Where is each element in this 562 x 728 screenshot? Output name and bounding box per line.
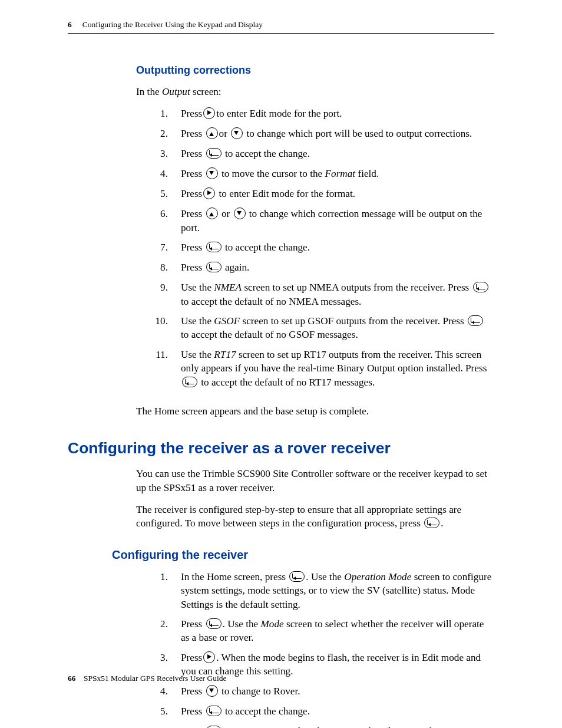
list-item: In the Home screen, press . Use the Oper…	[150, 570, 494, 617]
list-item: Press again to move to the Elevation mas…	[150, 724, 494, 728]
list-item: Press to accept the change.	[150, 704, 494, 724]
list-item: Use the NMEA screen to set up NMEA outpu…	[150, 281, 494, 314]
heading-rover-receiver: Configuring the receiver as a rover rece…	[68, 439, 494, 457]
list-item: Press . Use the Mode screen to select wh…	[150, 617, 494, 651]
list-item: Press to change to Rover.	[150, 684, 494, 704]
down-arrow-icon	[234, 207, 246, 219]
enter-key-icon	[289, 571, 305, 582]
intro-text: In the Output screen:	[136, 85, 494, 98]
chapter-number: 6	[68, 20, 72, 29]
right-arrow-icon	[203, 107, 215, 119]
steps-configuring: In the Home screen, press . Use the Oper…	[150, 570, 494, 728]
down-arrow-icon	[206, 167, 218, 179]
list-item: Press or to change which port will be us…	[150, 127, 494, 147]
list-item: Press to enter Edit mode for the format.	[150, 187, 494, 207]
enter-key-icon	[206, 262, 222, 272]
chapter-title: Configuring the Receiver Using the Keypa…	[82, 20, 263, 29]
up-arrow-icon	[206, 207, 218, 219]
down-arrow-icon	[231, 127, 243, 139]
page-number: 66	[68, 674, 76, 683]
heading-outputting-corrections: Outputting corrections	[136, 64, 494, 77]
heading-configuring-receiver: Configuring the receiver	[112, 548, 494, 562]
enter-key-icon	[206, 148, 222, 159]
enter-key-icon	[206, 706, 222, 716]
enter-key-icon	[424, 518, 439, 528]
enter-key-icon	[206, 618, 222, 629]
down-arrow-icon	[206, 685, 218, 697]
list-item: Press to move the cursor to the Format f…	[150, 167, 494, 187]
enter-key-icon	[206, 726, 222, 728]
list-item: Use the GSOF screen to set up GSOF outpu…	[150, 314, 494, 348]
body-paragraph: The receiver is configured step-by-step …	[136, 503, 494, 531]
page-footer: 66 SPSx51 Modular GPS Receivers User Gui…	[68, 674, 227, 683]
list-item: Pressto enter Edit mode for the port.	[150, 107, 494, 127]
enter-key-icon	[206, 242, 222, 252]
list-item: Press to accept the change.	[150, 241, 494, 261]
enter-key-icon	[468, 315, 483, 326]
enter-key-icon	[473, 282, 488, 292]
right-arrow-icon	[203, 187, 215, 199]
body-paragraph: You can use the Trimble SCS900 Site Cont…	[136, 467, 494, 495]
list-item: Use the RT17 screen to set up RT17 outpu…	[150, 348, 494, 395]
right-arrow-icon	[203, 651, 215, 663]
list-item: Press again.	[150, 261, 494, 281]
page: 6 Configuring the Receiver Using the Key…	[0, 0, 562, 728]
running-header: 6 Configuring the Receiver Using the Key…	[68, 20, 494, 29]
enter-key-icon	[182, 377, 197, 387]
doc-title: SPSx51 Modular GPS Receivers User Guide	[84, 674, 227, 683]
header-rule	[68, 33, 494, 34]
up-arrow-icon	[206, 127, 218, 139]
steps-outputting: Pressto enter Edit mode for the port. Pr…	[150, 107, 494, 395]
closing-text: The Home screen appears and the base set…	[136, 404, 494, 418]
list-item: Press or to change which correction mess…	[150, 207, 494, 241]
list-item: Press to accept the change.	[150, 147, 494, 167]
